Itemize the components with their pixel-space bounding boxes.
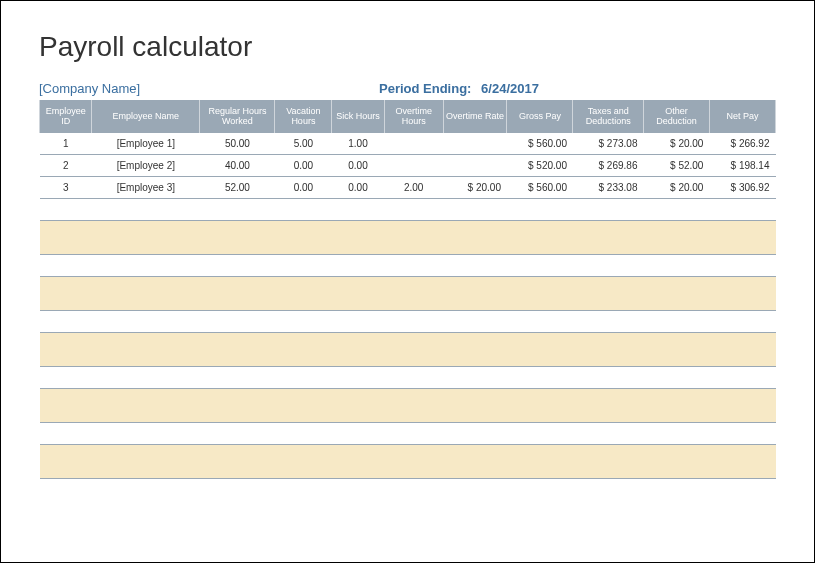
cell-gross: $ 560.00: [507, 177, 573, 199]
cell-tax: $ 273.08: [573, 133, 644, 155]
cell-oth: [384, 133, 443, 155]
col-employee-name: Employee Name: [92, 100, 200, 133]
cell-gross: $ 560.00: [507, 133, 573, 155]
cell-otr: [443, 133, 507, 155]
col-sick-hours: Sick Hours: [332, 100, 384, 133]
payroll-sheet: Payroll calculator [Company Name] Period…: [0, 0, 815, 563]
cell-sick: 0.00: [332, 155, 384, 177]
period-label: Period Ending:: [379, 81, 471, 96]
col-overtime-hours: Overtime Hours: [384, 100, 443, 133]
col-other-deduction: Other Deduction: [643, 100, 709, 133]
period-ending: Period Ending: 6/24/2017: [379, 81, 539, 96]
table-row-empty: [40, 311, 776, 333]
company-name: [Company Name]: [39, 81, 379, 96]
table-row: 3 [Employee 3] 52.00 0.00 0.00 2.00 $ 20…: [40, 177, 776, 199]
col-taxes-deductions: Taxes and Deductions: [573, 100, 644, 133]
cell-net: $ 306.92: [709, 177, 775, 199]
col-employee-id: Employee ID: [40, 100, 92, 133]
cell-net: $ 266.92: [709, 133, 775, 155]
col-net-pay: Net Pay: [709, 100, 775, 133]
cell-tax: $ 269.86: [573, 155, 644, 177]
cell-name: [Employee 1]: [92, 133, 200, 155]
cell-id: 1: [40, 133, 92, 155]
col-gross-pay: Gross Pay: [507, 100, 573, 133]
cell-otr: $ 20.00: [443, 177, 507, 199]
cell-id: 2: [40, 155, 92, 177]
cell-reg: 40.00: [200, 155, 275, 177]
cell-tax: $ 233.08: [573, 177, 644, 199]
period-date: 6/24/2017: [481, 81, 539, 96]
cell-sick: 1.00: [332, 133, 384, 155]
table-row-empty: [40, 221, 776, 255]
table-header-row: Employee ID Employee Name Regular Hours …: [40, 100, 776, 133]
table-row-empty: [40, 255, 776, 277]
cell-other: $ 52.00: [643, 155, 709, 177]
cell-reg: 50.00: [200, 133, 275, 155]
cell-reg: 52.00: [200, 177, 275, 199]
cell-name: [Employee 3]: [92, 177, 200, 199]
page-title: Payroll calculator: [39, 31, 776, 63]
cell-vac: 0.00: [275, 155, 332, 177]
cell-vac: 0.00: [275, 177, 332, 199]
table-row-empty: [40, 423, 776, 445]
cell-other: $ 20.00: [643, 177, 709, 199]
table-row-empty: [40, 199, 776, 221]
cell-name: [Employee 2]: [92, 155, 200, 177]
cell-net: $ 198.14: [709, 155, 775, 177]
table-row-empty: [40, 445, 776, 479]
table-row: 2 [Employee 2] 40.00 0.00 0.00 $ 520.00 …: [40, 155, 776, 177]
table-row-empty: [40, 367, 776, 389]
payroll-table: Employee ID Employee Name Regular Hours …: [39, 100, 776, 479]
cell-id: 3: [40, 177, 92, 199]
cell-other: $ 20.00: [643, 133, 709, 155]
cell-vac: 5.00: [275, 133, 332, 155]
table-row-empty: [40, 333, 776, 367]
table-row-empty: [40, 277, 776, 311]
table-row-empty: [40, 389, 776, 423]
cell-oth: [384, 155, 443, 177]
cell-gross: $ 520.00: [507, 155, 573, 177]
table-row: 1 [Employee 1] 50.00 5.00 1.00 $ 560.00 …: [40, 133, 776, 155]
cell-sick: 0.00: [332, 177, 384, 199]
col-overtime-rate: Overtime Rate: [443, 100, 507, 133]
cell-otr: [443, 155, 507, 177]
col-vacation-hours: Vacation Hours: [275, 100, 332, 133]
col-regular-hours: Regular Hours Worked: [200, 100, 275, 133]
subheader: [Company Name] Period Ending: 6/24/2017: [39, 81, 776, 96]
cell-oth: 2.00: [384, 177, 443, 199]
